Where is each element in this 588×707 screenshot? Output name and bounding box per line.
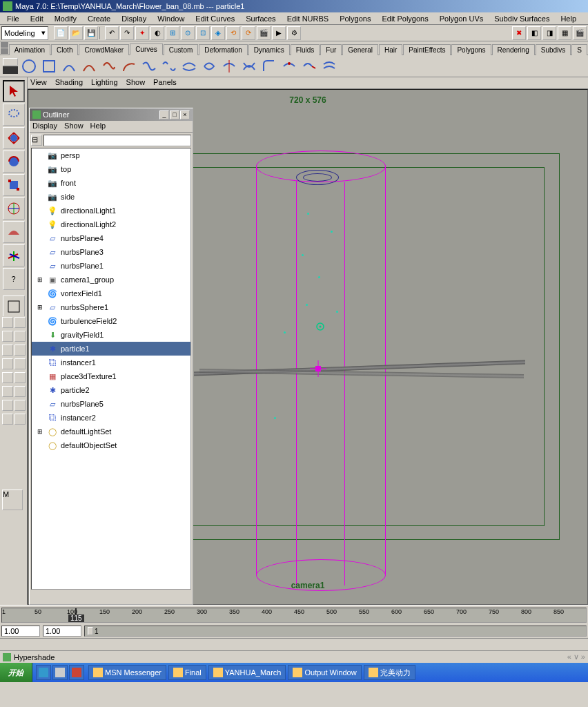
expander-icon[interactable]: ⊞ — [36, 276, 44, 283]
layout-preset-15[interactable] — [2, 414, 13, 425]
outliner-item-nurbsPlane5[interactable]: ▱nurbsPlane5 — [32, 397, 190, 411]
outliner-tree[interactable]: 📷persp📷top📷front📷side💡directionalLight1💡… — [31, 148, 191, 590]
close-button[interactable]: × — [180, 110, 190, 119]
outliner-item-instancer1[interactable]: ⿻instancer1 — [32, 356, 190, 369]
shelf-tab-general[interactable]: General — [342, 44, 378, 55]
history-off-icon[interactable]: ⟳ — [242, 26, 255, 40]
cut-curve-icon[interactable] — [220, 57, 238, 75]
outliner-item-directionalLight2[interactable]: 💡directionalLight2 — [32, 217, 190, 231]
menu-surfaces[interactable]: Surfaces — [240, 14, 281, 23]
outliner-menu-help[interactable]: Help — [90, 122, 106, 131]
open-button[interactable]: 📂 — [69, 26, 83, 40]
layout-preset-2[interactable] — [14, 317, 26, 328]
history-icon[interactable]: ⟲ — [226, 26, 240, 40]
outliner-item-particle2[interactable]: ✱particle2 — [32, 383, 190, 397]
quicklaunch-ie-icon[interactable] — [36, 665, 51, 680]
menu-polygons[interactable]: Polygons — [334, 14, 376, 23]
lasso-select-tool[interactable] — [3, 104, 25, 126]
outliner-menu-display[interactable]: Display — [32, 122, 57, 131]
redo-button[interactable]: ↷ — [120, 26, 134, 40]
layout-preset-6[interactable] — [14, 345, 26, 356]
outliner-titlebar[interactable]: Outliner _ □ × — [30, 108, 193, 121]
layout-preset-9[interactable] — [2, 372, 13, 383]
cv-curve-icon[interactable] — [60, 57, 78, 75]
menu-help[interactable]: Help — [555, 14, 582, 23]
open-close-curve-icon[interactable] — [200, 57, 218, 75]
shelf-tab-curves[interactable]: Curves — [130, 43, 163, 55]
viewport-menu-show[interactable]: Show — [126, 78, 146, 88]
filter-icon[interactable]: ⊟ — [31, 135, 42, 146]
shelf-tab-deformation[interactable]: Deformation — [199, 44, 247, 55]
menu-edit-polygons[interactable]: Edit Polygons — [376, 14, 433, 23]
maximize-button[interactable]: □ — [170, 110, 179, 119]
outliner-item-nurbsPlane1[interactable]: ▱nurbsPlane1 — [32, 259, 190, 273]
outliner-item-turbulenceField2[interactable]: 🌀turbulenceField2 — [32, 314, 190, 328]
render-globals-icon[interactable]: ⚙ — [287, 26, 301, 40]
menu-display[interactable]: Display — [116, 14, 152, 23]
viewport-menu-shading[interactable]: Shading — [55, 78, 83, 88]
insert-knot-icon[interactable] — [280, 57, 298, 75]
layout-preset-12[interactable] — [14, 386, 26, 397]
shelf-tab-hair[interactable]: Hair — [379, 44, 402, 55]
shelf-menu-icon[interactable] — [1, 42, 8, 48]
outliner-item-top[interactable]: 📷top — [32, 162, 190, 176]
layout-preset-10[interactable] — [14, 372, 26, 383]
taskbar-item-完美动力[interactable]: 完美动力 — [364, 665, 415, 680]
shelf-tab-s[interactable]: S — [571, 44, 587, 55]
shelf-tab-dynamics[interactable]: Dynamics — [248, 44, 290, 55]
menu-polygon-uvs[interactable]: Polygon UVs — [434, 14, 489, 23]
menu-subdiv-surfaces[interactable]: Subdiv Surfaces — [489, 14, 555, 23]
range-start-input[interactable] — [1, 626, 40, 637]
curve-circle-icon[interactable] — [20, 57, 38, 75]
minimize-button[interactable]: _ — [159, 110, 169, 119]
shelf-tab-fur[interactable]: Fur — [320, 44, 342, 55]
rotate-tool[interactable] — [3, 151, 25, 173]
single-view-layout[interactable] — [3, 296, 25, 318]
select-tool-icon[interactable]: ✦ — [135, 26, 149, 40]
taskbar-item-yanhua_march[interactable]: YANHUA_March — [208, 665, 286, 680]
outliner-item-directionalLight1[interactable]: 💡directionalLight1 — [32, 204, 190, 217]
shelf-tab-crowdmaker[interactable]: CrowdMaker — [79, 44, 129, 55]
menu-modify[interactable]: Modify — [49, 14, 82, 23]
layout-preset-5[interactable] — [2, 345, 13, 356]
snap-plane-icon[interactable]: ◈ — [211, 26, 225, 40]
ipr-render-icon[interactable]: ▶ — [272, 26, 286, 40]
last-tool[interactable]: ? — [3, 268, 25, 290]
outliner-item-particle1[interactable]: ✱particle1 — [32, 342, 190, 356]
timeline-track[interactable]: 115 150100150200250300350400450500550600… — [1, 608, 587, 623]
quicklaunch-app-icon[interactable] — [69, 665, 84, 680]
show-manip-tool[interactable] — [3, 244, 25, 267]
layout-preset-3[interactable] — [2, 331, 13, 342]
layout-preset-8[interactable] — [14, 358, 26, 369]
move-tool[interactable] — [3, 127, 25, 149]
ep-curve-icon[interactable] — [80, 57, 98, 75]
outliner-item-persp[interactable]: 📷persp — [32, 148, 190, 162]
render-icon[interactable]: 🎬 — [257, 26, 271, 40]
scale-tool[interactable] — [3, 174, 25, 196]
menu-edit[interactable]: Edit — [25, 14, 49, 23]
hypershade-arrows-icon[interactable]: « ∨ » — [567, 652, 585, 661]
shelf-tab-cloth[interactable]: Cloth — [51, 44, 78, 55]
toggle-a-icon[interactable]: ◧ — [527, 26, 541, 40]
taskbar-item-output-window[interactable]: Output Window — [288, 665, 361, 680]
layout-preset-13[interactable] — [2, 400, 13, 411]
outliner-item-place3dTexture1[interactable]: ▦place3dTexture1 — [32, 369, 190, 383]
layout-preset-7[interactable] — [2, 358, 13, 369]
mode-dropdown[interactable]: Modeling ▾ — [1, 26, 48, 40]
universal-manipulator-tool[interactable] — [3, 197, 25, 220]
layout-preset-4[interactable] — [14, 331, 26, 342]
snap-curve-icon[interactable]: ⊙ — [181, 26, 195, 40]
viewport-menu-lighting[interactable]: Lighting — [91, 78, 118, 88]
save-button[interactable]: 💾 — [84, 26, 98, 40]
maya-logo-icon[interactable]: M — [2, 490, 23, 510]
expander-icon[interactable]: ⊞ — [36, 428, 44, 435]
shelf-tab-rendering[interactable]: Rendering — [492, 44, 535, 55]
outliner-item-nurbsSphere1[interactable]: ⊞▱nurbsSphere1 — [32, 300, 190, 314]
shelf-tab-painteffects[interactable]: PaintEffects — [403, 44, 451, 55]
taskbar-item-final[interactable]: Final — [168, 665, 206, 680]
taskbar-item-msn-messenger[interactable]: MSN Messenger — [88, 665, 166, 680]
outliner-item-side[interactable]: 📷side — [32, 190, 190, 204]
lasso-tool-icon[interactable]: ◐ — [150, 26, 164, 40]
viewport-menu-view[interactable]: View — [30, 78, 47, 88]
outliner-item-instancer2[interactable]: ⿻instancer2 — [32, 411, 190, 425]
